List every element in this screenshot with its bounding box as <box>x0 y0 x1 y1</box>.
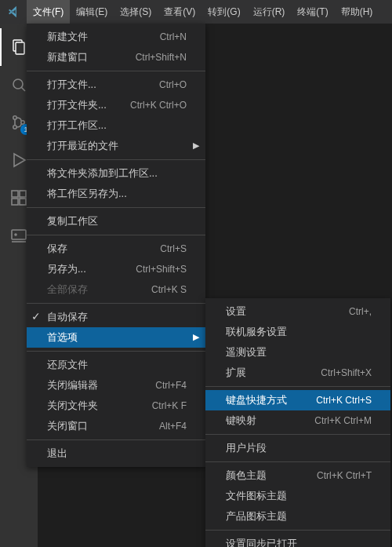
menu-shortcut: Ctrl+K Ctrl+T <box>317 470 372 481</box>
menu-label: 颜色主题 <box>226 469 301 483</box>
file-menu-item-21[interactable]: 关闭编辑器Ctrl+F4 <box>27 375 205 396</box>
file-menu-item-15: 全部保存Ctrl+K S <box>27 279 205 300</box>
file-menu-item-17[interactable]: ✓自动保存 <box>27 307 205 327</box>
pref-menu-item-10[interactable]: 颜色主题Ctrl+K Ctrl+T <box>205 465 390 486</box>
file-menu-item-22[interactable]: 关闭文件夹Ctrl+K F <box>27 396 205 416</box>
pref-menu-item-12[interactable]: 产品图标主题 <box>205 506 390 527</box>
menubar-item-3[interactable]: 查看(V) <box>158 0 201 24</box>
file-menu-item-25[interactable]: 退出 <box>27 443 205 464</box>
file-menu-separator <box>27 303 205 304</box>
menu-shortcut: Ctrl+N <box>160 31 187 42</box>
menu-label: 键盘快捷方式 <box>226 393 300 407</box>
menu-label: 新建文件 <box>47 30 144 44</box>
pref-menu-item-5[interactable]: 键盘快捷方式Ctrl+K Ctrl+S <box>205 390 390 410</box>
file-menu-item-18[interactable]: 首选项▶ <box>27 327 205 348</box>
menu-label: 设置 <box>226 304 333 319</box>
menu-label: 文件图标主题 <box>226 489 372 503</box>
pref-menu-item-11[interactable]: 文件图标主题 <box>205 486 390 506</box>
menu-label: 退出 <box>47 447 187 461</box>
menu-label: 关闭窗口 <box>47 419 143 433</box>
menu-shortcut: Ctrl+K Ctrl+M <box>314 415 372 426</box>
menu-label: 还原文件 <box>47 358 187 372</box>
menu-label: 将文件夹添加到工作区... <box>47 166 187 181</box>
menu-label: 遥测设置 <box>226 345 372 359</box>
pref-menu-item-3[interactable]: 扩展Ctrl+Shift+X <box>205 363 390 383</box>
menubar-item-2[interactable]: 选择(S) <box>114 0 158 24</box>
pref-menu-item-14[interactable]: 设置同步已打开 <box>205 534 390 547</box>
menu-label: 打开文件夹... <box>47 98 114 112</box>
pref-menu-item-1[interactable]: 联机服务设置 <box>205 322 390 342</box>
menu-shortcut: Ctrl+K S <box>151 284 187 295</box>
menu-shortcut: Ctrl+S <box>160 243 187 254</box>
file-menu-separator <box>27 207 205 208</box>
menu-shortcut: Ctrl+Shift+N <box>136 52 187 63</box>
menu-label: 将工作区另存为... <box>47 187 187 201</box>
pref-menu-separator <box>205 530 390 531</box>
file-menu-item-13[interactable]: 保存Ctrl+S <box>27 239 205 259</box>
file-menu-item-14[interactable]: 另存为...Ctrl+Shift+S <box>27 259 205 279</box>
pref-menu-item-6[interactable]: 键映射Ctrl+K Ctrl+M <box>205 410 390 431</box>
svg-rect-8 <box>12 199 18 205</box>
svg-rect-1 <box>16 42 24 54</box>
menu-shortcut: Ctrl+K F <box>152 400 187 411</box>
svg-rect-7 <box>20 191 26 197</box>
menubar-item-1[interactable]: 编辑(E) <box>70 0 114 24</box>
menu-label: 扩展 <box>226 366 305 380</box>
file-menu-item-20[interactable]: 还原文件 <box>27 355 205 375</box>
menubar-item-0[interactable]: 文件(F) <box>27 0 70 24</box>
menu-label: 保存 <box>47 242 144 256</box>
file-menu-item-11[interactable]: 复制工作区 <box>27 211 205 232</box>
file-menu-separator <box>27 235 205 235</box>
menu-shortcut: Ctrl+O <box>159 79 187 90</box>
svg-rect-9 <box>20 199 26 205</box>
menu-label: 联机服务设置 <box>226 325 372 339</box>
menu-label: 产品图标主题 <box>226 509 372 523</box>
file-menu-item-0[interactable]: 新建文件Ctrl+N <box>27 27 205 47</box>
file-menu: 新建文件Ctrl+N新建窗口Ctrl+Shift+N打开文件...Ctrl+O打… <box>27 24 205 467</box>
file-menu-item-9[interactable]: 将工作区另存为... <box>27 184 205 204</box>
pref-menu-separator <box>205 386 390 387</box>
file-menu-item-3[interactable]: 打开文件...Ctrl+O <box>27 75 205 95</box>
menu-label: 另存为... <box>47 262 120 276</box>
file-menu-item-23[interactable]: 关闭窗口Alt+F4 <box>27 416 205 436</box>
menu-label: 复制工作区 <box>47 214 187 228</box>
menu-shortcut: Alt+F4 <box>159 421 187 432</box>
menubar: 文件(F)编辑(E)选择(S)查看(V)转到(G)运行(R)终端(T)帮助(H) <box>27 0 379 24</box>
svg-point-3 <box>13 116 16 119</box>
app-icon <box>0 0 27 24</box>
menubar-item-6[interactable]: 终端(T) <box>291 0 334 24</box>
file-menu-item-8[interactable]: 将文件夹添加到工作区... <box>27 163 205 184</box>
check-icon: ✓ <box>31 310 41 323</box>
menu-label: 设置同步已打开 <box>226 537 372 547</box>
menu-label: 新建窗口 <box>47 50 120 64</box>
menu-label: 用户片段 <box>226 441 372 455</box>
svg-rect-6 <box>12 191 18 197</box>
file-menu-separator <box>27 71 205 71</box>
menubar-item-7[interactable]: 帮助(H) <box>335 0 379 24</box>
titlebar: 文件(F)编辑(E)选择(S)查看(V)转到(G)运行(R)终端(T)帮助(H) <box>0 0 392 24</box>
svg-point-2 <box>13 79 23 89</box>
file-menu-item-1[interactable]: 新建窗口Ctrl+Shift+N <box>27 47 205 67</box>
pref-menu-item-2[interactable]: 遥测设置 <box>205 342 390 363</box>
file-menu-item-4[interactable]: 打开文件夹...Ctrl+K Ctrl+O <box>27 95 205 115</box>
pref-menu-item-8[interactable]: 用户片段 <box>205 438 390 458</box>
menubar-item-5[interactable]: 运行(R) <box>247 0 292 24</box>
submenu-arrow-icon: ▶ <box>193 141 199 150</box>
menu-shortcut: Ctrl+K Ctrl+O <box>130 100 187 111</box>
menubar-item-4[interactable]: 转到(G) <box>201 0 246 24</box>
menu-label: 自动保存 <box>47 310 187 324</box>
menu-shortcut: Ctrl+Shift+X <box>321 367 372 378</box>
submenu-arrow-icon: ▶ <box>193 333 199 341</box>
file-menu-separator <box>27 439 205 440</box>
menu-shortcut: Ctrl+K Ctrl+S <box>316 395 372 406</box>
menu-label: 打开文件... <box>47 78 143 92</box>
pref-menu-separator <box>205 434 390 435</box>
file-menu-separator <box>27 351 205 352</box>
menu-label: 打开最近的文件 <box>47 139 187 153</box>
menu-label: 全部保存 <box>47 283 136 297</box>
menu-label: 首选项 <box>47 330 187 345</box>
file-menu-item-5[interactable]: 打开工作区... <box>27 115 205 136</box>
pref-menu-item-0[interactable]: 设置Ctrl+, <box>205 301 390 322</box>
file-menu-item-6[interactable]: 打开最近的文件▶ <box>27 136 205 156</box>
pref-menu-separator <box>205 461 390 462</box>
